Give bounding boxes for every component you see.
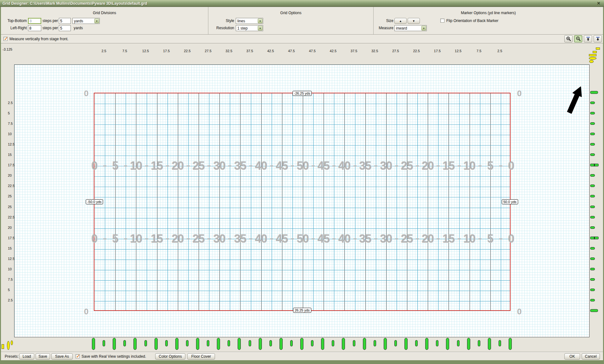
presets-label: Presets:	[5, 354, 19, 359]
resolution-value: 1 step	[237, 26, 248, 31]
yd-marker-preview	[7, 341, 10, 350]
grid-vline	[230, 93, 230, 310]
zoom-in-button[interactable]	[564, 35, 573, 42]
close-icon[interactable]: ✕	[596, 0, 601, 7]
titlebar[interactable]: Grid Designer: C:\Users\Mark Mullins\Doc…	[0, 0, 604, 7]
yard-number: 5	[487, 232, 493, 245]
tick-mark	[353, 238, 357, 239]
marker-options-section: Marker Options (yd line markers) Size ▲ …	[374, 7, 603, 34]
top-ruler-label: 32.5	[226, 49, 232, 53]
tick-mark	[124, 238, 127, 239]
yd-marker-bottom	[321, 338, 324, 350]
chevron-down-icon[interactable]: ▾	[94, 19, 99, 23]
yd-marker-right	[590, 91, 598, 94]
yd-marker-bottom	[196, 338, 199, 350]
top-ruler-label: 27.5	[392, 49, 399, 53]
grid-vline	[292, 93, 293, 310]
zoom-in-icon	[566, 36, 571, 41]
shift-up-button[interactable]	[584, 35, 592, 42]
grid-vline	[324, 93, 324, 310]
top-ruler-label: 42.5	[267, 49, 274, 53]
left-right-steps-input[interactable]	[28, 25, 41, 31]
tick-mark	[437, 166, 440, 167]
chevron-down-icon[interactable]: ▾	[258, 26, 262, 30]
left-ruler-label: 22.5	[8, 184, 14, 188]
yd-marker-right	[590, 257, 595, 260]
chevron-down-icon[interactable]: ▾	[421, 26, 426, 30]
tick-mark	[270, 166, 273, 167]
grid-hline	[94, 208, 510, 208]
left-ruler-origin-label: -3.125	[3, 47, 12, 51]
yd-marker-preview	[2, 344, 4, 349]
top-ruler-label: 7.5	[477, 49, 481, 53]
tick-mark	[332, 166, 336, 167]
yd-marker-right	[590, 206, 595, 208]
flip-orientation-checkbox[interactable]	[440, 19, 444, 23]
top-ruler-label: 42.5	[330, 49, 336, 53]
grid-vline	[428, 93, 428, 310]
grid-vline	[490, 93, 491, 310]
load-button[interactable]: Load	[19, 353, 34, 360]
top-bottom-steps-input[interactable]	[28, 18, 41, 24]
real-view-label: Save with Real View settings included.	[82, 354, 146, 359]
tick-mark	[145, 238, 148, 239]
yd-marker-bottom	[353, 340, 355, 346]
yard-number: 35	[234, 159, 246, 173]
cancel-button[interactable]: Cancel	[582, 353, 600, 360]
shift-down-button[interactable]	[594, 35, 602, 42]
grid-options-title: Grid Options	[208, 11, 373, 15]
tick-mark	[187, 166, 190, 167]
style-dropdown[interactable]: lines ▾	[236, 18, 263, 24]
yard-number: 45	[318, 232, 330, 245]
grid-vline	[365, 93, 366, 310]
floor-cover-button[interactable]: Floor Cover	[187, 353, 215, 360]
top-bottom-unit-dropdown[interactable]: yards ▾	[72, 18, 100, 24]
grid-vline	[167, 93, 168, 310]
yard-number: 50	[297, 159, 309, 173]
tick-mark	[478, 166, 482, 167]
grid-canvas[interactable]: -26.25 yds 26.25 yds -50.0 yds 50.0 yds …	[14, 64, 590, 337]
yard-number: 35	[234, 232, 246, 245]
left-right-unit-label: yards	[74, 25, 83, 31]
up-arrow-icon: ▲	[399, 19, 402, 23]
resolution-dropdown[interactable]: 1 step ▾	[236, 25, 263, 31]
marker-options-title: Marker Options (yd line markers)	[374, 11, 603, 15]
grid-hline	[94, 291, 510, 291]
yard-number: 25	[193, 232, 205, 245]
top-bottom-per-input[interactable]	[59, 18, 71, 24]
measure-label: Measure	[375, 25, 393, 31]
zoom-out-button[interactable]	[574, 35, 582, 42]
measure-row: ✓ Measure vertically from stage front.	[1, 35, 603, 43]
grid-vline	[199, 93, 199, 310]
measure-dropdown[interactable]: inward ▾	[394, 25, 427, 31]
yard-number: 20	[172, 159, 184, 173]
yard-number: 40	[255, 159, 267, 173]
chevron-down-icon[interactable]: ▾	[258, 19, 262, 23]
yard-number: 25	[401, 159, 413, 173]
top-ruler-label: 47.5	[288, 49, 295, 53]
yd-marker-bottom	[415, 340, 418, 346]
yard-number: 40	[338, 232, 350, 245]
ok-button[interactable]: OK	[564, 353, 580, 360]
grid-vline	[157, 93, 157, 310]
grid-hline	[94, 104, 510, 104]
save-button[interactable]: Save	[36, 353, 50, 360]
grid-hline	[94, 197, 510, 197]
top-ruler-label: 2.5	[497, 49, 502, 53]
measure-vertically-checkbox[interactable]: ✓	[3, 37, 8, 41]
left-right-per-input[interactable]	[59, 25, 71, 31]
tick-mark	[187, 238, 190, 239]
save-as-button[interactable]: Save As	[51, 353, 73, 360]
tick-mark	[416, 166, 419, 167]
size-up-button[interactable]: ▲	[394, 18, 407, 24]
grid-vline	[376, 93, 376, 310]
real-view-checkbox[interactable]: ✓	[76, 354, 80, 358]
size-down-button[interactable]: ▼	[408, 18, 420, 24]
corner-zero-label: 0	[84, 89, 88, 98]
tick-mark	[166, 166, 169, 167]
yard-number: 10	[464, 232, 476, 245]
left-ruler-label: 7.5	[8, 278, 13, 281]
left-ruler-label: 5	[8, 288, 10, 292]
yard-number: 30	[380, 232, 392, 245]
color-options-button[interactable]: Color Options	[155, 353, 185, 360]
